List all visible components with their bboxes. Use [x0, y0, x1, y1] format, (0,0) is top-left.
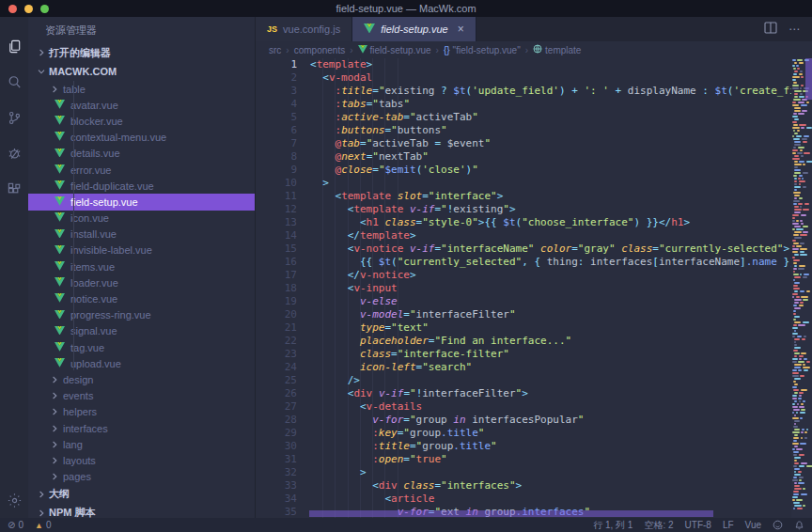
sidebar-item-field-setup-vue[interactable]: field-setup.vue	[28, 194, 255, 210]
code-line[interactable]: <div v-if="!interfaceFilter">	[310, 387, 791, 400]
close-window-button[interactable]	[8, 5, 17, 13]
code-line[interactable]: <template slot="interface">	[310, 190, 791, 203]
code-line[interactable]: placeholder="Find an interface..."	[310, 335, 791, 348]
status-encoding[interactable]: UTF-8	[685, 520, 711, 530]
sidebar-item-interfaces[interactable]: interfaces	[28, 420, 255, 436]
horizontal-scrollbar[interactable]	[309, 510, 713, 517]
extensions-icon[interactable]	[0, 171, 28, 207]
sidebar-item-blocker-vue[interactable]: blocker.vue	[28, 113, 255, 129]
search-icon[interactable]	[0, 64, 28, 100]
sidebar-item-field-duplicate-vue[interactable]: field-duplicate.vue	[28, 178, 255, 194]
code-line[interactable]: <v-details	[310, 400, 791, 414]
sidebar-item-error-vue[interactable]: error.vue	[28, 162, 255, 178]
line-number: 31	[256, 453, 297, 466]
feedback-smiley-icon[interactable]	[773, 520, 783, 530]
npm-scripts-section[interactable]: NPM 脚本	[28, 504, 255, 518]
code-line[interactable]: @close="$emit('close')"	[310, 164, 791, 177]
explorer-icon[interactable]	[0, 28, 28, 64]
open-editors-section[interactable]: 打开的编辑器	[28, 43, 255, 62]
problems-status[interactable]: ⊘ 0 ▲ 0	[8, 520, 51, 530]
code-line[interactable]: <v-modal	[310, 71, 791, 85]
code-line[interactable]: :title="group.title"	[310, 440, 791, 453]
sidebar-item-progress-ring-vue[interactable]: progress-ring.vue	[28, 307, 255, 323]
zoom-window-button[interactable]	[40, 5, 49, 13]
sidebar-item-helpers[interactable]: helpers	[28, 404, 255, 420]
sidebar-item-signal-vue[interactable]: signal.vue	[28, 323, 255, 339]
close-tab-icon[interactable]: ×	[458, 23, 464, 35]
breadcrumb-item-fieldsetupvue[interactable]: {}"field-setup.vue"	[444, 45, 521, 55]
code-line[interactable]: :tabs="tabs"	[310, 98, 791, 111]
code-area[interactable]: <template> <v-modal :title="existing ? $…	[297, 58, 791, 518]
code-line[interactable]: />	[310, 374, 791, 387]
source-control-icon[interactable]	[0, 100, 28, 135]
code-line[interactable]: @tab="activeTab = $event"	[310, 137, 791, 150]
breadcrumb-item-fieldsetupvue[interactable]: field-setup.vue	[358, 45, 431, 55]
tab-vue-config-js[interactable]: JS vue.config.js	[256, 17, 352, 41]
sidebar-item-items-vue[interactable]: items.vue	[28, 258, 255, 274]
sidebar-item-upload-vue[interactable]: upload.vue	[28, 355, 255, 371]
code-line[interactable]: v-for="group in interfacesPopular"	[310, 414, 791, 427]
code-line[interactable]: :active-tab="activeTab"	[310, 111, 791, 124]
settings-gear-icon[interactable]	[0, 482, 28, 518]
code-line[interactable]: :title="existing ? $t('update_field') + …	[310, 85, 791, 98]
code-line[interactable]: <v-notice v-if="interfaceName" color="gr…	[310, 243, 791, 256]
status-cursor-position[interactable]: 行 1, 列 1	[593, 519, 632, 532]
sidebar-item-icon-vue[interactable]: icon.vue	[28, 211, 255, 227]
tab-field-setup-vue[interactable]: field-setup.vue ×	[352, 17, 476, 41]
notifications-bell-icon[interactable]	[794, 520, 804, 530]
sidebar-item-loader-vue[interactable]: loader.vue	[28, 274, 255, 290]
sidebar-item-tag-vue[interactable]: tag.vue	[28, 339, 255, 355]
status-language-mode[interactable]: Vue	[745, 520, 761, 530]
code-line[interactable]: v-else	[310, 295, 791, 308]
code-line[interactable]: icon-left="search"	[310, 361, 791, 374]
sidebar-item-details-vue[interactable]: details.vue	[28, 146, 255, 162]
minimap-mark	[792, 333, 798, 335]
minimap[interactable]	[791, 58, 812, 518]
sidebar-item-pages[interactable]: pages	[28, 469, 255, 485]
sidebar-item-events[interactable]: events	[28, 388, 255, 404]
sidebar-item-invisible-label-vue[interactable]: invisible-label.vue	[28, 243, 255, 258]
code-editor[interactable]: 1234567891011121314151617181920212223242…	[256, 58, 812, 518]
code-line[interactable]: <template v-if="!existing">	[310, 203, 791, 216]
sidebar-item-contextual-menu-vue[interactable]: contextual-menu.vue	[28, 130, 255, 146]
code-line[interactable]: v-model="interfaceFilter"	[310, 308, 791, 321]
vertical-scrollbar[interactable]	[805, 58, 812, 100]
code-line[interactable]: @next="nextTab"	[310, 150, 791, 164]
code-line[interactable]: <template>	[310, 58, 791, 71]
code-line[interactable]: >	[310, 177, 791, 190]
sidebar-item-install-vue[interactable]: install.vue	[28, 227, 255, 243]
code-line[interactable]: <article	[310, 493, 791, 506]
code-line[interactable]: <div class="interfaces">	[310, 479, 791, 493]
breadcrumb-item-src[interactable]: src	[269, 45, 281, 55]
sidebar-item-table[interactable]: table	[28, 81, 255, 97]
sidebar-item-design[interactable]: design	[28, 371, 255, 387]
code-line[interactable]: </v-notice>	[310, 269, 791, 282]
sidebar-item-lang[interactable]: lang	[28, 436, 255, 452]
code-line[interactable]: {{ $t("currently_selected", { thing: int…	[310, 256, 791, 269]
minimize-window-button[interactable]	[24, 5, 33, 13]
more-actions-icon[interactable]: ⋯	[789, 23, 801, 36]
minimap-mark	[803, 164, 805, 165]
code-line[interactable]: type="text"	[310, 321, 791, 335]
breadcrumb-item-components[interactable]: components	[294, 45, 345, 55]
status-eol[interactable]: LF	[723, 520, 734, 530]
breadcrumb-item-template[interactable]: template	[533, 44, 581, 55]
code-line[interactable]: <v-input	[310, 282, 791, 295]
code-line[interactable]: >	[310, 466, 791, 479]
split-editor-icon[interactable]	[764, 21, 777, 38]
code-line[interactable]: </template>	[310, 229, 791, 243]
sidebar-item-notice-vue[interactable]: notice.vue	[28, 290, 255, 306]
status-indentation[interactable]: 空格: 2	[644, 519, 673, 532]
minimap-mark	[793, 274, 799, 275]
code-line[interactable]: :key="group.title"	[310, 427, 791, 440]
sidebar-item-avatar-vue[interactable]: avatar.vue	[28, 97, 255, 113]
code-line[interactable]: class="interface-filter"	[310, 348, 791, 361]
minimap-mark	[794, 383, 798, 385]
code-line[interactable]: :open="true"	[310, 453, 791, 466]
outline-section[interactable]: 大纲	[28, 485, 255, 504]
workspace-section[interactable]: MACWK.COM	[28, 62, 255, 81]
code-line[interactable]: :buttons="buttons"	[310, 124, 791, 137]
code-line[interactable]: <h1 class="style-0">{{ $t("choose_interf…	[310, 216, 791, 229]
debug-icon[interactable]	[0, 135, 28, 171]
sidebar-item-layouts[interactable]: layouts	[28, 452, 255, 468]
